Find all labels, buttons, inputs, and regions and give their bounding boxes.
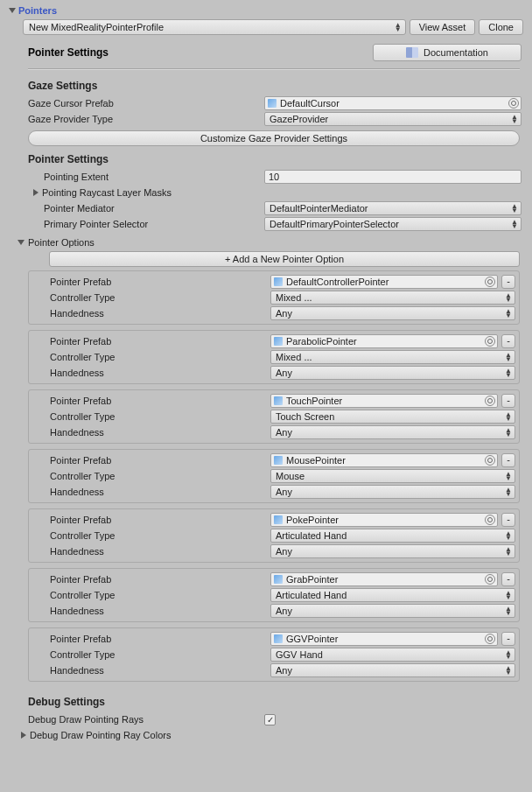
pointers-header[interactable]: Pointers [9, 2, 523, 18]
object-picker-icon[interactable] [485, 634, 495, 644]
pointer-mediator-field[interactable]: DefaultPointerMediator ▲▼ [264, 201, 522, 215]
updown-icon: ▲▼ [505, 353, 512, 361]
documentation-button[interactable]: Documentation [373, 44, 522, 61]
handedness-field[interactable]: Any▲▼ [270, 366, 515, 380]
pointer-option: Pointer PrefabParabolicPointer-Controlle… [28, 330, 520, 384]
pointer-prefab-label: Pointer Prefab [32, 336, 270, 347]
remove-pointer-option-button[interactable]: - [501, 453, 515, 467]
pointer-settings-heading: Pointer Settings [28, 46, 108, 59]
pointer-prefab-field[interactable]: PokePointer [270, 513, 498, 527]
remove-pointer-option-button[interactable]: - [501, 513, 515, 527]
handedness-field[interactable]: Any▲▼ [270, 663, 515, 677]
object-picker-icon[interactable] [508, 98, 519, 109]
handedness-field[interactable]: Any▲▼ [270, 544, 515, 558]
updown-icon: ▲▼ [505, 412, 512, 421]
foldout-icon [9, 8, 16, 13]
updown-icon: ▲▼ [511, 204, 518, 213]
handedness-field[interactable]: Any▲▼ [270, 485, 515, 499]
customize-gaze-button[interactable]: Customize Gaze Provider Settings [28, 130, 520, 146]
controller-type-field[interactable]: Articulated Hand▲▼ [270, 588, 515, 602]
updown-icon: ▲▼ [511, 115, 518, 123]
controller-type-field[interactable]: Mixed ...▲▼ [270, 350, 515, 364]
primary-pointer-selector-field[interactable]: DefaultPrimaryPointerSelector ▲▼ [264, 217, 522, 231]
handedness-field[interactable]: Any▲▼ [270, 306, 515, 320]
object-picker-icon[interactable] [485, 277, 495, 287]
pointer-prefab-label: Pointer Prefab [32, 277, 270, 287]
pointing-extent-field[interactable]: 10 [264, 170, 522, 184]
updown-icon: ▲▼ [505, 472, 512, 480]
controller-type-label: Controller Type [32, 471, 270, 481]
pointer-prefab-label: Pointer Prefab [32, 515, 270, 525]
prefab-icon [268, 99, 276, 108]
handedness-label: Handedness [32, 546, 270, 557]
pointing-raycast-masks-label[interactable]: Pointing Raycast Layer Masks [42, 187, 172, 198]
pointer-prefab-field[interactable]: GGVPointer [270, 632, 498, 646]
pointer-option: Pointer PrefabPokePointer-Controller Typ… [28, 508, 520, 563]
primary-pointer-selector-label: Primary Pointer Selector [44, 219, 264, 229]
prefab-icon [274, 456, 283, 465]
controller-type-label: Controller Type [32, 352, 270, 362]
foldout-icon[interactable] [33, 189, 38, 196]
pointer-mediator-label: Pointer Mediator [44, 203, 264, 214]
pointer-settings-subheading: Pointer Settings [9, 151, 523, 169]
debug-draw-rays-checkbox[interactable]: ✓ [264, 714, 276, 725]
profile-selector[interactable]: New MixedRealityPointerProfile ▲▼ [23, 19, 406, 35]
updown-icon: ▲▼ [505, 428, 512, 437]
remove-pointer-option-button[interactable]: - [501, 572, 515, 586]
foldout-icon[interactable] [21, 732, 26, 739]
pointer-prefab-field[interactable]: GrabPointer [270, 572, 498, 586]
remove-pointer-option-button[interactable]: - [501, 394, 515, 408]
debug-draw-ray-colors-label[interactable]: Debug Draw Pointing Ray Colors [30, 730, 171, 740]
clone-button[interactable]: Clone [479, 19, 523, 35]
updown-icon: ▲▼ [505, 293, 512, 302]
prefab-icon [274, 575, 283, 584]
updown-icon: ▲▼ [505, 368, 512, 377]
remove-pointer-option-button[interactable]: - [501, 334, 515, 348]
handedness-field[interactable]: Any▲▼ [270, 425, 515, 439]
gaze-cursor-prefab-field[interactable]: DefaultCursor [264, 96, 522, 110]
controller-type-label: Controller Type [32, 649, 270, 660]
object-picker-icon[interactable] [485, 336, 495, 347]
add-pointer-option-button[interactable]: + Add a New Pointer Option [49, 251, 520, 267]
pointer-option: Pointer PrefabDefaultControllerPointer-C… [28, 270, 520, 325]
updown-icon: ▲▼ [505, 650, 512, 659]
updown-icon: ▲▼ [511, 220, 518, 228]
pointer-option: Pointer PrefabGGVPointer-Controller Type… [28, 627, 520, 682]
handedness-field[interactable]: Any▲▼ [270, 604, 515, 618]
object-picker-icon[interactable] [485, 396, 495, 406]
remove-pointer-option-button[interactable]: - [501, 632, 515, 646]
pointer-prefab-field[interactable]: TouchPointer [270, 394, 498, 408]
handedness-label: Handedness [32, 487, 270, 497]
debug-draw-rays-label: Debug Draw Pointing Rays [28, 714, 264, 725]
object-picker-icon[interactable] [485, 574, 495, 585]
divider [28, 68, 520, 69]
updown-icon: ▲▼ [505, 547, 512, 556]
pointer-prefab-field[interactable]: ParabolicPointer [270, 334, 498, 348]
object-picker-icon[interactable] [485, 455, 495, 466]
controller-type-label: Controller Type [32, 411, 270, 422]
updown-icon: ▲▼ [505, 606, 512, 615]
pointer-option: Pointer PrefabMousePointer-Controller Ty… [28, 449, 520, 503]
controller-type-field[interactable]: GGV Hand▲▼ [270, 648, 515, 662]
remove-pointer-option-button[interactable]: - [501, 275, 515, 289]
updown-icon: ▲▼ [505, 531, 512, 540]
pointer-options-foldout[interactable]: Pointer Options [9, 232, 523, 251]
prefab-icon [274, 515, 283, 524]
pointer-prefab-label: Pointer Prefab [32, 574, 270, 585]
object-picker-icon[interactable] [485, 515, 495, 525]
prefab-icon [274, 396, 283, 405]
prefab-icon [274, 277, 283, 286]
inspector-panel: Pointers New MixedRealityPointerProfile … [0, 0, 532, 752]
gaze-provider-type-field[interactable]: GazeProvider ▲▼ [264, 112, 522, 126]
controller-type-field[interactable]: Touch Screen▲▼ [270, 410, 515, 424]
view-asset-button[interactable]: View Asset [410, 19, 476, 35]
pointer-prefab-field[interactable]: MousePointer [270, 453, 498, 467]
pointer-prefab-field[interactable]: DefaultControllerPointer [270, 275, 498, 289]
controller-type-field[interactable]: Mouse▲▼ [270, 469, 515, 483]
handedness-label: Handedness [32, 606, 270, 616]
controller-type-field[interactable]: Articulated Hand▲▼ [270, 529, 515, 543]
controller-type-field[interactable]: Mixed ...▲▼ [270, 291, 515, 305]
controller-type-label: Controller Type [32, 590, 270, 600]
updown-icon: ▲▼ [505, 591, 512, 599]
pointer-prefab-label: Pointer Prefab [32, 455, 270, 466]
